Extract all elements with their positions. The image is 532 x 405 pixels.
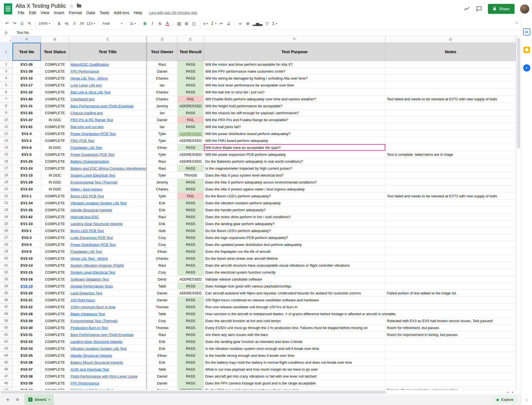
cell-G32[interactable] [386, 269, 516, 276]
column-header-A[interactable]: A [12, 36, 41, 43]
cell-C34[interactable]: Gimbal Performance Tests [69, 283, 147, 290]
cell-G23[interactable] [386, 207, 516, 213]
undo-button[interactable]: ↶ [3, 20, 11, 27]
cell-C8[interactable]: Baro Performance over Flight Envelope [69, 103, 147, 109]
horizontal-align-button[interactable]: ≡▾ [202, 20, 209, 27]
cell-F36[interactable]: 100 flight hours combined on release can… [204, 297, 386, 304]
font-family-select[interactable]: Arial▾ [100, 20, 125, 27]
cell-A27[interactable]: EV2-3 [12, 234, 41, 241]
row-header-21[interactable]: 21 [0, 193, 12, 200]
cell-A8[interactable]: EV1-31 [12, 103, 41, 109]
cell-E17[interactable]: PASS [178, 165, 204, 172]
cell-B5[interactable]: COMPLETE [41, 82, 69, 89]
row-header-19[interactable]: 19 [0, 179, 12, 186]
cell-F31[interactable]: Does the aircraft structure have unaccep… [204, 262, 386, 269]
cell-E46[interactable]: PASS [178, 366, 204, 373]
cell-F32[interactable]: Does the electrical system function corr… [204, 269, 386, 276]
row-header-34[interactable]: 34 [0, 283, 12, 290]
row-header-23[interactable]: 23 [0, 207, 12, 213]
cell-F35[interactable]: Can aircraft autoland with Mpro and skyv… [204, 290, 386, 297]
cell-E48[interactable]: PASS [178, 380, 204, 387]
star-icon[interactable]: ☆ [69, 4, 74, 8]
cell-E24[interactable]: PASS [178, 213, 204, 220]
cell-C25[interactable]: Landing Gear Structural Integrity [69, 220, 147, 227]
cell-B30[interactable]: COMPLETE [41, 255, 69, 262]
cell-F47[interactable]: Does aircraft get into crazy vibrations … [204, 373, 386, 380]
cell-E20[interactable]: PASS [178, 186, 204, 193]
cell-E12[interactable]: ADDRESSED [178, 130, 204, 137]
column-header-E[interactable]: E [178, 36, 204, 43]
cell-G40[interactable]: Room for refinement, but passes [386, 324, 516, 331]
cell-C39[interactable]: Environmental Test (Thermal) [69, 317, 147, 324]
cell-B9[interactable]: COMPLETE [41, 109, 69, 116]
zoom-select[interactable]: 100%▾ [37, 20, 51, 27]
cell-B46[interactable]: COMPLETE [41, 366, 69, 373]
cell-G5[interactable] [386, 82, 516, 89]
cell-D35[interactable]: Daniel [147, 290, 178, 297]
cell-D6[interactable]: Charles [147, 89, 178, 96]
row-header-40[interactable]: 40 [0, 324, 12, 331]
row-header-26[interactable]: 26 [0, 227, 12, 234]
cell-B24[interactable]: COMPLETE [41, 213, 69, 220]
cell-B3[interactable]: COMPLETE [41, 68, 69, 75]
cell-C4[interactable]: Hinge Life Test - Wiring [69, 75, 147, 82]
activity-icon[interactable] [463, 6, 470, 12]
cell-F11[interactable]: Will the ball joints fail? [204, 123, 386, 130]
cell-A49[interactable]: EV2-47 [12, 387, 41, 390]
horizontal-scrollbar-thumb[interactable] [1, 391, 386, 394]
cell-F24[interactable]: Does the motor drive perform in hot / co… [204, 213, 386, 220]
borders-button[interactable]: ⊞ [183, 20, 190, 27]
cell-F20[interactable]: Does the Alta X protect agains water / d… [204, 186, 386, 193]
cell-B6[interactable]: COMPLETE [41, 89, 69, 96]
text-color-button[interactable]: A [164, 20, 171, 27]
cell-A6[interactable]: EV1-32 [12, 89, 41, 96]
cell-G25[interactable] [386, 220, 516, 227]
cell-E45[interactable]: PASS [178, 359, 204, 366]
format-percent-button[interactable]: % [63, 20, 70, 27]
cell-B25[interactable]: COMPLETE [41, 220, 69, 227]
cell-C18[interactable]: System Level Electrical Test [69, 172, 147, 179]
menu-data[interactable]: Data [84, 10, 97, 15]
cell-D44[interactable]: Ethan [147, 352, 178, 359]
cell-B23[interactable]: COMPLETE [41, 207, 69, 213]
row-header-9[interactable]: 9 [0, 109, 12, 116]
cell-F25[interactable]: Does the landing gear perform adequately… [204, 220, 386, 227]
cell-F23[interactable]: Does the handle perform adequately? [204, 207, 386, 213]
cell-B16[interactable]: COMPLETE [41, 158, 69, 165]
cell-G3[interactable] [386, 68, 516, 75]
cell-B26[interactable]: COMPLETE [41, 227, 69, 234]
cell-D20[interactable]: Charles [147, 186, 178, 193]
horizontal-scrollbar[interactable]: ◂ ▸ [0, 390, 521, 394]
share-button[interactable]: Share [488, 4, 515, 14]
cell-E4[interactable]: PASS [178, 75, 204, 82]
cell-D40[interactable]: Thomas [147, 324, 178, 331]
menu-help[interactable]: Help [131, 10, 145, 15]
paint-format-button[interactable]: ✎ [26, 20, 33, 27]
cell-E38[interactable]: PASS [178, 310, 204, 317]
cell-A24[interactable]: EV1-62 [12, 213, 41, 220]
cell-E29[interactable]: PASS [178, 248, 204, 255]
cell-F10[interactable]: Will the FRX Pro and Futaba Range be acc… [204, 116, 386, 123]
cell-A16[interactable]: EV1-25 [12, 158, 41, 165]
cell-D17[interactable]: Raul [147, 165, 178, 172]
cell-G43[interactable] [386, 345, 516, 352]
cell-D48[interactable]: Daniel [147, 380, 178, 387]
vertical-align-button[interactable]: ↧▾ [209, 20, 217, 27]
cell-C49[interactable]: FRX Pro & RC Range Test [69, 387, 147, 390]
cell-G21[interactable]: Test failed and needs to be retested at … [386, 193, 516, 200]
cell-A29[interactable]: EV2-6 [12, 248, 41, 255]
cell-G35[interactable]: Failed portion of test added to the tria… [386, 290, 516, 297]
row-header-29[interactable]: 29 [0, 248, 12, 255]
more-formats-select[interactable]: 123▾ [85, 20, 96, 27]
cell-C21[interactable]: Boom LED PCB Test [69, 193, 147, 200]
cell-A25[interactable]: EV1-33 [12, 220, 41, 227]
text-wrap-button[interactable]: ↩ [217, 20, 225, 27]
cell-F46[interactable]: What is our max payload and how much mar… [204, 366, 386, 373]
cell-G10[interactable] [386, 116, 516, 123]
column-header-D[interactable]: D [147, 36, 178, 43]
cell-A42[interactable]: EV2-33 [12, 338, 41, 345]
cell-G26[interactable] [386, 227, 516, 234]
cell-G6[interactable] [386, 89, 516, 96]
cell-G36[interactable] [386, 297, 516, 304]
cell-D43[interactable]: Erik [147, 345, 178, 352]
